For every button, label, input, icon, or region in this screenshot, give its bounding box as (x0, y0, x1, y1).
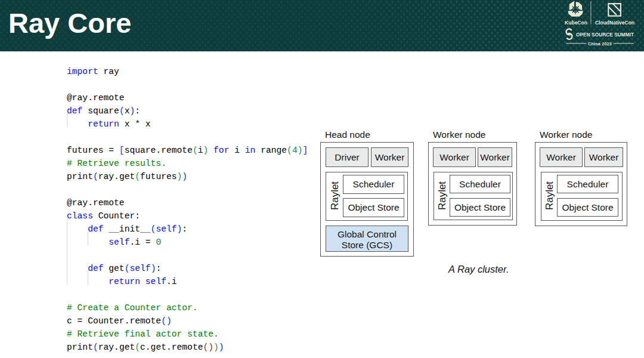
svg-text:KubeCon: KubeCon (565, 20, 587, 26)
svg-text:China 2023: China 2023 (588, 41, 612, 47)
svg-text:CloudNativeCon: CloudNativeCon (595, 20, 634, 26)
svg-text:OPEN SOURCE SUMMIT: OPEN SOURCE SUMMIT (576, 32, 634, 38)
